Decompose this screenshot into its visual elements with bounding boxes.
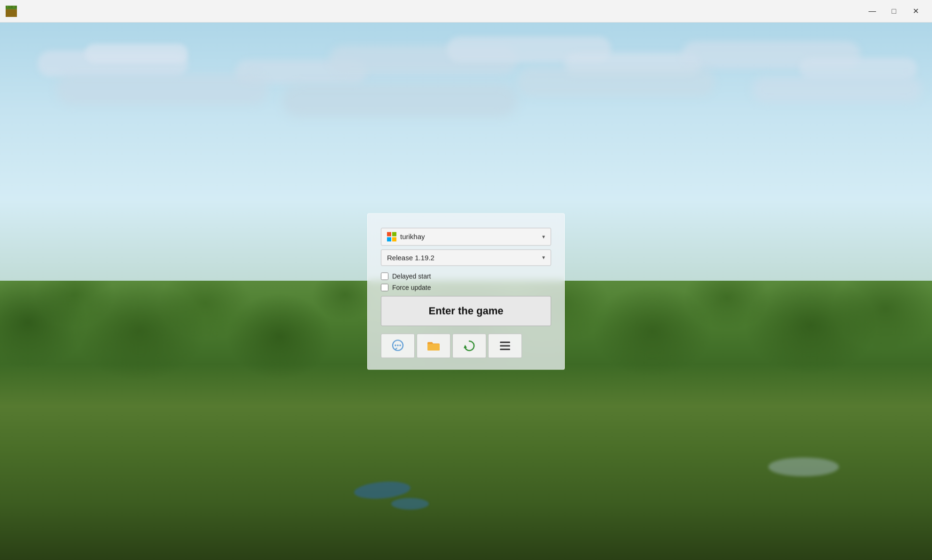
refresh-icon	[463, 339, 476, 352]
delayed-start-row[interactable]: Delayed start	[381, 272, 551, 280]
svg-rect-3	[7, 6, 8, 8]
svg-marker-10	[464, 345, 467, 348]
delayed-start-checkbox[interactable]	[381, 272, 388, 280]
titlebar: — □ ✕	[0, 0, 932, 23]
account-name: turikhay	[400, 233, 425, 241]
cloud-11	[517, 67, 715, 96]
force-update-label: Force update	[392, 284, 431, 291]
delayed-start-label: Delayed start	[392, 272, 431, 280]
enter-game-button[interactable]: Enter the game	[381, 296, 551, 326]
svg-rect-5	[13, 6, 15, 8]
svg-rect-12	[500, 345, 510, 347]
cloud-2	[85, 44, 188, 63]
svg-rect-11	[500, 341, 510, 343]
cloud-9	[56, 74, 268, 105]
bottom-toolbar	[381, 333, 551, 358]
refresh-button[interactable]	[452, 333, 486, 358]
launcher-panel: turikhay ▾ Release 1.19.2 ▾ Delayed star…	[367, 213, 565, 370]
menu-button[interactable]	[488, 333, 522, 358]
sand-1	[768, 457, 839, 476]
version-dropdown[interactable]: Release 1.19.2 ▾	[381, 249, 551, 266]
close-button[interactable]: ✕	[905, 0, 926, 23]
version-value: Release 1.19.2	[387, 253, 434, 261]
cloud-10	[282, 84, 517, 117]
svg-rect-4	[9, 6, 11, 8]
account-chevron-icon: ▾	[542, 233, 545, 240]
maximize-button[interactable]: □	[883, 0, 905, 23]
force-update-checkbox[interactable]	[381, 284, 388, 291]
force-update-row[interactable]: Force update	[381, 284, 551, 291]
svg-point-8	[397, 344, 399, 346]
microsoft-logo	[387, 232, 396, 241]
background: turikhay ▾ Release 1.19.2 ▾ Delayed star…	[0, 23, 932, 560]
folder-button[interactable]	[417, 333, 450, 358]
version-chevron-icon: ▾	[542, 254, 545, 261]
app-icon	[6, 6, 17, 17]
svg-point-9	[399, 344, 401, 346]
chat-button[interactable]	[381, 333, 415, 358]
account-dropdown[interactable]: turikhay ▾	[381, 228, 551, 245]
menu-icon	[499, 340, 511, 351]
svg-point-7	[395, 344, 396, 346]
water-2	[391, 498, 429, 510]
cloud-8	[799, 58, 917, 79]
cloud-12	[752, 77, 922, 103]
folder-icon	[427, 339, 441, 352]
titlebar-controls: — □ ✕	[861, 0, 926, 23]
svg-rect-13	[500, 348, 510, 350]
minimize-button[interactable]: —	[861, 0, 883, 23]
chat-icon	[391, 339, 404, 352]
